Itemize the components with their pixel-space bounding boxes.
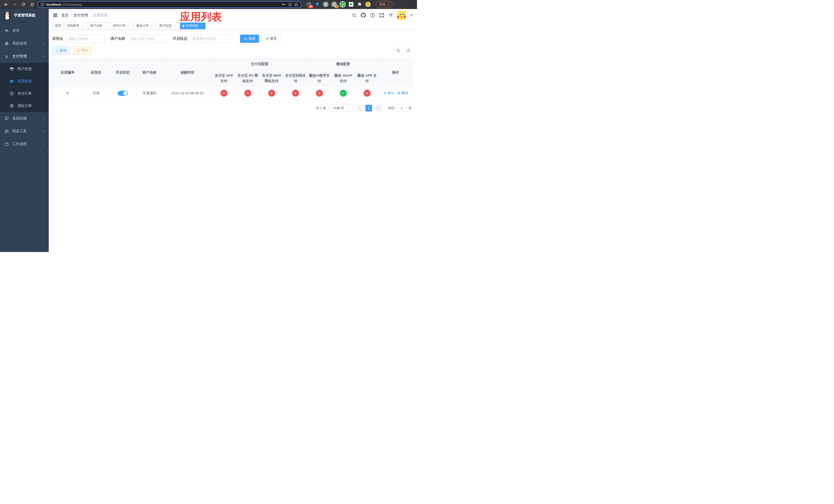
breadcrumb-current: 应用信息: [93, 13, 107, 18]
cell-merchant: 芋道源码: [136, 87, 163, 100]
extension-emoji-icon[interactable]: [365, 1, 371, 7]
page-number-active[interactable]: 1: [366, 105, 372, 112]
header-search-icon[interactable]: [352, 13, 356, 18]
top-navbar: 首页 / 支付管理 / 应用信息 T: [49, 9, 417, 22]
merchant-name-input[interactable]: [128, 35, 167, 43]
cell-status: [110, 87, 136, 100]
chevron-up-icon: [42, 55, 45, 58]
fullscreen-icon[interactable]: [379, 13, 384, 18]
prev-page-button[interactable]: [356, 105, 363, 112]
sidebar-collapse-icon[interactable]: [53, 13, 58, 18]
close-icon[interactable]: ×: [81, 24, 84, 27]
sidebar-item-merchant-info[interactable]: 商户信息: [0, 63, 49, 75]
extension-gem-icon[interactable]: [314, 1, 320, 7]
github-icon[interactable]: [361, 13, 366, 18]
total-count: 共 1 条: [316, 106, 326, 111]
browser-menu-icon[interactable]: [388, 3, 389, 6]
delete-link[interactable]: 删除: [397, 91, 408, 95]
close-icon[interactable]: ×: [200, 24, 203, 27]
tab-pay-orders[interactable]: 支付订单×: [111, 23, 133, 29]
col-merchant: 商户名称: [136, 59, 163, 87]
goto-page-input[interactable]: [396, 105, 407, 112]
address-bar[interactable]: localhost:1024/pay/app: [38, 1, 302, 8]
status-fail-icon: ×: [364, 90, 371, 97]
browser-home-button[interactable]: [29, 1, 36, 8]
tab-merchant-info[interactable]: 商户信息×: [157, 23, 179, 29]
cell-wx-jsapi: ✓: [331, 87, 355, 100]
next-page-button[interactable]: [375, 105, 382, 112]
cell-alipay-qr: ×: [284, 87, 307, 100]
share-icon[interactable]: [288, 2, 292, 6]
col-alipay-qr: 支付宝扫码支付: [284, 70, 307, 87]
col-status: 开启状态: [110, 59, 136, 87]
toggle-search-button[interactable]: [394, 47, 402, 54]
sidebar-item-payment[interactable]: ¥ 支付管理: [0, 50, 49, 63]
status-fail-icon: ×: [244, 90, 251, 97]
close-icon[interactable]: ×: [150, 24, 153, 27]
password-key-icon[interactable]: [282, 2, 286, 6]
tab-process-form[interactable]: 流程表单×: [65, 23, 86, 29]
refresh-table-button[interactable]: [405, 47, 412, 54]
chevron-down-icon: [228, 38, 231, 40]
sidebar-item-workflow[interactable]: 工作流程: [0, 138, 49, 151]
extension-chat-icon[interactable]: [348, 1, 354, 7]
extension-command-icon[interactable]: ⌘: [323, 1, 329, 7]
export-button[interactable]: 导出: [73, 46, 92, 54]
app-title: 芋道管理系统: [14, 13, 36, 18]
help-icon[interactable]: [370, 13, 375, 18]
page-size-select[interactable]: 10条/页: [329, 105, 353, 112]
sidebar-item-pay-orders[interactable]: ¥ 支付订单: [0, 87, 49, 100]
app-logo[interactable]: 芋道管理系统: [0, 9, 49, 22]
avatar-caret-icon[interactable]: [410, 15, 413, 16]
plus-icon: +: [56, 49, 59, 52]
sidebar-item-system[interactable]: 系统管理: [0, 37, 49, 50]
close-icon[interactable]: ×: [173, 24, 176, 27]
sidebar-item-app-info[interactable]: 应用信息: [0, 75, 49, 87]
breadcrumb-home[interactable]: 首页: [61, 13, 68, 18]
cell-created: 2021-10-23 08:49:25: [163, 87, 212, 100]
browser-back-button[interactable]: [3, 1, 9, 8]
status-toggle[interactable]: [118, 91, 128, 96]
coin-yen-icon: ¥: [10, 92, 14, 96]
breadcrumb-payment[interactable]: 支付管理: [73, 13, 88, 18]
col-group-alipay: 支付宝配置: [212, 59, 307, 70]
col-app-id: 应用编号: [52, 59, 83, 87]
bookmark-star-icon[interactable]: [294, 2, 299, 7]
close-icon[interactable]: ×: [104, 24, 107, 27]
reset-button[interactable]: 重置: [262, 35, 281, 43]
extension-dynamics-icon[interactable]: 10: [306, 1, 312, 7]
browser-forward-button[interactable]: [11, 1, 18, 8]
sidebar-item-refund-orders[interactable]: 退款订单: [0, 100, 49, 112]
add-button[interactable]: + 新增: [52, 46, 70, 54]
url-host: localhost: [46, 3, 61, 6]
sidebar: 芋道管理系统 首页 系统管理 ¥ 支付管理: [0, 9, 49, 252]
extension-proxy-badge: 1: [335, 5, 338, 8]
app-table: 应用编号 应用名 开启状态 商户名称 创建时间 支付宝配置 微信配置 操作 支付…: [52, 58, 412, 100]
tab-refund-orders[interactable]: 退款订单×: [134, 23, 156, 29]
tab-user-group[interactable]: 用户分组×: [88, 23, 110, 29]
font-size-icon[interactable]: TT: [389, 13, 393, 18]
user-avatar[interactable]: [397, 11, 406, 20]
app-name-input[interactable]: [66, 35, 105, 43]
tab-app-info[interactable]: 应用信息×: [180, 23, 205, 29]
extensions-row: 10 ⌘ 1 y: [306, 1, 371, 7]
browser-reload-button[interactable]: [20, 1, 27, 8]
table-toolbar: + 新增 导出: [52, 46, 412, 54]
extensions-puzzle-icon[interactable]: [356, 1, 363, 7]
sidebar-item-infrastructure[interactable]: 基础设施: [0, 112, 49, 125]
tab-home[interactable]: 首页: [52, 23, 63, 29]
sidebar-item-dev-tools[interactable]: 研发工具: [0, 125, 49, 138]
logo-rabbit-image: [3, 11, 11, 20]
extension-yapi-icon[interactable]: y: [339, 1, 346, 7]
edit-link[interactable]: 修改: [383, 91, 394, 95]
extension-proxy-icon[interactable]: 1: [331, 1, 337, 7]
status-select[interactable]: 请选择开启状态: [190, 35, 234, 43]
site-info-icon[interactable]: [41, 3, 44, 6]
sidebar-item-home[interactable]: 首页: [0, 24, 49, 37]
browser-update-button[interactable]: 更新: [376, 1, 392, 8]
search-button[interactable]: 搜索: [240, 35, 259, 43]
goto-label: 前往: [388, 106, 395, 111]
extension-badge: 10: [308, 5, 313, 8]
page-content: 应用名 商户名称 开启状态 请选择开启状态 搜索 重置: [49, 30, 417, 252]
close-icon[interactable]: ×: [127, 24, 130, 27]
